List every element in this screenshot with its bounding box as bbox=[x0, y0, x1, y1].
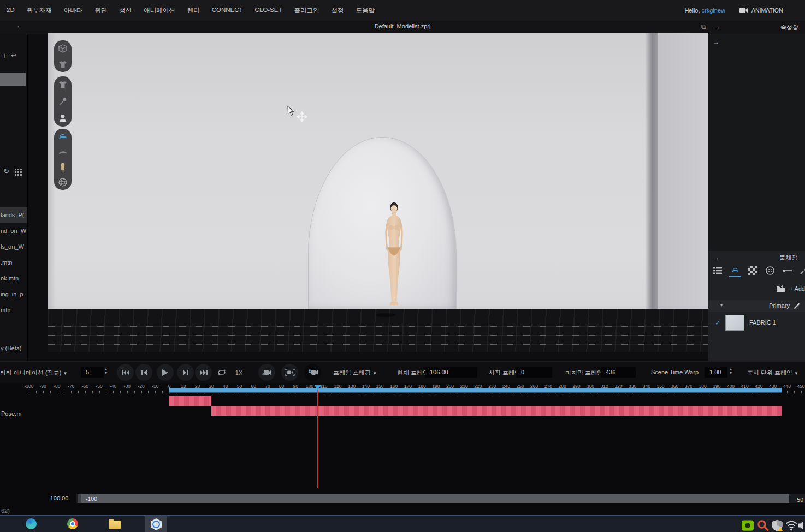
sidebar-file-6[interactable]: mtn bbox=[0, 302, 27, 318]
chrome-icon[interactable] bbox=[67, 518, 79, 530]
fabric-item-row[interactable]: ✓ FABRIC 1 bbox=[708, 313, 805, 332]
scene-time-warp-input[interactable]: 1.00 bbox=[705, 367, 727, 378]
go-to-end-button[interactable] bbox=[195, 364, 212, 381]
menu-item-3[interactable]: 원단 bbox=[94, 7, 107, 15]
tab-fabric[interactable] bbox=[729, 264, 741, 277]
edge-icon[interactable] bbox=[26, 518, 38, 530]
menu-item-5[interactable]: 애니메이션 bbox=[144, 7, 175, 15]
mannequin-icon[interactable] bbox=[57, 162, 68, 172]
loop-button[interactable] bbox=[213, 364, 230, 381]
pin-icon[interactable] bbox=[57, 96, 68, 107]
menu-item-11[interactable]: 도움말 bbox=[356, 7, 375, 15]
file-explorer-icon[interactable] bbox=[109, 518, 121, 530]
defender-tray-icon[interactable] bbox=[771, 519, 783, 531]
tab-topstitch[interactable] bbox=[782, 265, 794, 277]
sidebar-file-1[interactable]: nd_on_W bbox=[0, 223, 27, 239]
undo-arrow-icon[interactable]: ↩ bbox=[11, 51, 17, 59]
import-folder-icon[interactable] bbox=[776, 285, 785, 292]
menu-item-0[interactable]: 2D bbox=[7, 7, 15, 15]
menu-item-1[interactable]: 원부자재 bbox=[27, 7, 52, 15]
globe-icon[interactable] bbox=[57, 177, 68, 188]
current-frame-input[interactable]: 106.00 bbox=[425, 367, 477, 378]
menu-item-2[interactable]: 아바타 bbox=[64, 7, 83, 15]
frame-stepping-dropdown[interactable]: 프레임 스테핑 ▼ bbox=[333, 369, 377, 377]
step-back-button[interactable] bbox=[135, 364, 152, 381]
go-to-start-button[interactable] bbox=[117, 364, 134, 381]
sidebar-file-3[interactable]: .mtn bbox=[0, 255, 27, 271]
edit-pencil-icon[interactable] bbox=[794, 302, 801, 309]
sidebar-selected-slot[interactable] bbox=[0, 73, 26, 86]
show-garment-icon[interactable] bbox=[57, 59, 68, 70]
play-button[interactable] bbox=[157, 364, 174, 381]
username-link[interactable]: crkginew bbox=[702, 7, 725, 14]
beta-item-label[interactable]: y (Beta) bbox=[1, 345, 22, 351]
grid-view-icon[interactable] bbox=[15, 169, 22, 176]
expand-panel-icon[interactable]: → bbox=[713, 38, 719, 46]
video-camera-icon bbox=[739, 7, 748, 14]
menu-item-9[interactable]: 플러그인 bbox=[294, 7, 319, 15]
garment-icon[interactable] bbox=[57, 79, 68, 90]
timeline[interactable]: -100-90-80-70-60-50-40-30-20-10010203040… bbox=[0, 383, 805, 492]
record-viewport-button[interactable] bbox=[281, 364, 298, 381]
avatar-show-icon[interactable] bbox=[57, 113, 68, 124]
menu-item-7[interactable]: CONNECT bbox=[212, 7, 243, 15]
ruler-tick bbox=[141, 391, 142, 393]
volume-tray-icon[interactable] bbox=[797, 519, 805, 531]
refresh-icon[interactable]: ↻ bbox=[3, 167, 9, 175]
checkmark-icon[interactable]: ✓ bbox=[715, 319, 721, 327]
step-forward-button[interactable] bbox=[177, 364, 194, 381]
warp-spinner[interactable]: ▴▾ bbox=[730, 367, 732, 375]
quality-dropdown[interactable]: 리티 애니메이션 (정교) ▼ bbox=[0, 369, 67, 377]
quality-spinner[interactable]: ▴▾ bbox=[105, 367, 107, 375]
properties-panel-label[interactable]: 속성창 bbox=[780, 23, 798, 32]
timeline-clip-1[interactable] bbox=[169, 396, 211, 406]
sidebar-file-5[interactable]: ing_in_p bbox=[0, 286, 27, 302]
record-avatar-button[interactable] bbox=[304, 364, 321, 381]
animation-mode-indicator[interactable]: ANIMATION bbox=[739, 7, 805, 14]
collapse-right-icon[interactable]: → bbox=[714, 23, 721, 31]
record-turntable-button[interactable] bbox=[258, 364, 275, 381]
speed-button[interactable]: 1X bbox=[230, 364, 247, 381]
sidebar-file-4[interactable]: ok.mtn bbox=[0, 271, 27, 286]
sidebar-file-2[interactable]: ls_on_W bbox=[0, 239, 27, 255]
timeline-range-bar[interactable] bbox=[169, 388, 782, 393]
scrollbar-thumb[interactable]: -100 bbox=[78, 494, 789, 503]
float-window-icon[interactable]: ⧉ bbox=[701, 23, 706, 31]
playhead-handle[interactable] bbox=[314, 385, 322, 390]
last-frame-input[interactable]: 436 bbox=[601, 367, 636, 378]
start-frame-input[interactable]: 0 bbox=[516, 367, 552, 378]
fabric-flat-icon[interactable] bbox=[57, 146, 68, 157]
quality-value-input[interactable]: 5 bbox=[81, 367, 104, 378]
avatar-model[interactable] bbox=[380, 197, 409, 316]
panel-arrow-icon[interactable]: → bbox=[713, 254, 719, 261]
ruler-tick bbox=[801, 391, 802, 393]
tab-pattern[interactable] bbox=[747, 265, 759, 277]
clo-app-icon[interactable] bbox=[151, 518, 163, 530]
back-arrow-icon[interactable]: ← bbox=[16, 22, 23, 29]
wifi-tray-icon[interactable] bbox=[785, 519, 797, 531]
menu-item-10[interactable]: 설정 bbox=[331, 7, 344, 15]
collapse-triangle-icon[interactable]: ▾ bbox=[720, 303, 723, 308]
tab-button[interactable] bbox=[764, 265, 776, 277]
add-icon[interactable]: + bbox=[2, 51, 7, 60]
show-3d-box-icon[interactable] bbox=[57, 43, 68, 54]
display-unit-dropdown[interactable]: 프레임 ▼ bbox=[774, 369, 798, 377]
search-tray-icon[interactable] bbox=[757, 519, 769, 531]
menu-item-8[interactable]: CLO-SET bbox=[255, 7, 282, 15]
menu-item-6[interactable]: 렌더 bbox=[187, 7, 200, 15]
fabric-texture-icon[interactable] bbox=[57, 131, 68, 142]
fabric-group-row[interactable]: ▾ Primary bbox=[708, 300, 805, 312]
document-tab[interactable]: Default_Modelist.zprj bbox=[375, 23, 431, 29]
add-fabric-button[interactable]: + Add bbox=[790, 285, 805, 292]
scrollbar-left-cap[interactable] bbox=[78, 494, 81, 503]
clo-app-active-slot[interactable] bbox=[145, 516, 167, 532]
menu-item-4[interactable]: 생산 bbox=[119, 7, 132, 15]
timeline-scrollbar[interactable]: -100 50 bbox=[76, 494, 805, 503]
fabric-swatch[interactable] bbox=[725, 315, 744, 331]
viewport-3d[interactable] bbox=[48, 33, 708, 352]
nvidia-tray-icon[interactable] bbox=[742, 519, 754, 531]
tab-stitch[interactable] bbox=[799, 265, 805, 277]
tab-scene-list[interactable] bbox=[712, 265, 724, 277]
timeline-clip-2[interactable] bbox=[211, 406, 781, 416]
sidebar-file-0[interactable]: lands_P( bbox=[0, 207, 27, 223]
